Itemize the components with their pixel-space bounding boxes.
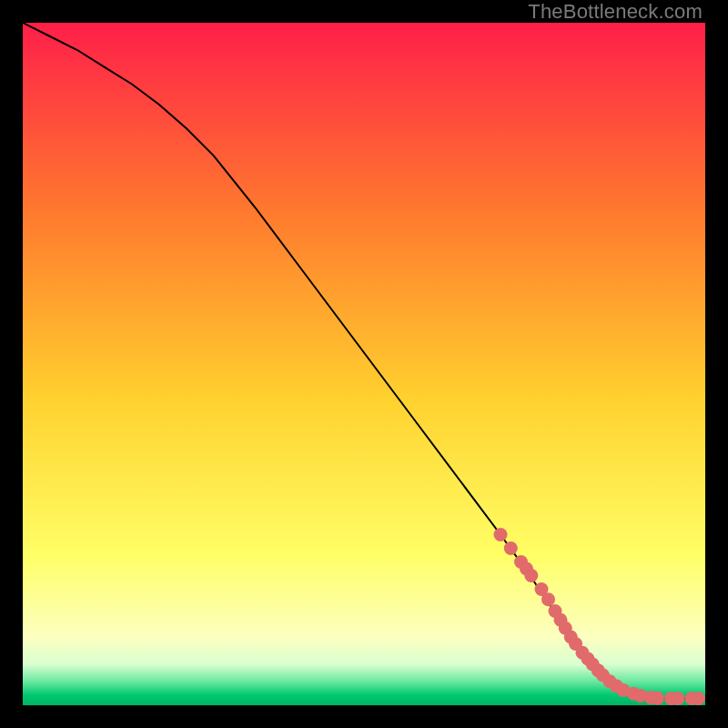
watermark-text: TheBottleneck.com: [528, 0, 703, 24]
bottleneck-chart: [23, 23, 705, 705]
data-point: [504, 541, 518, 555]
chart-frame: [23, 23, 705, 705]
data-point: [651, 692, 664, 705]
data-point: [672, 692, 685, 705]
data-point: [494, 528, 508, 541]
data-point: [541, 592, 555, 606]
data-point: [524, 569, 538, 582]
data-point: [692, 692, 705, 705]
heatmap-background: [23, 23, 705, 705]
